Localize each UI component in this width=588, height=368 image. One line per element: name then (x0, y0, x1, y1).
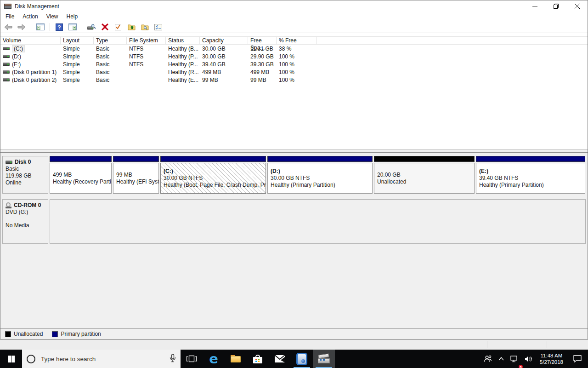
volume-speaker-icon[interactable] (521, 350, 536, 368)
restore-button[interactable] (545, 0, 566, 12)
partition-recovery[interactable]: 499 MB Healthy (Recovery Parti (50, 156, 112, 194)
volume-row-partition2[interactable]: (Disk 0 partition 2) Simple Basic Health… (0, 76, 588, 84)
taskbar-clock[interactable]: 11:48 AM 5/27/2018 (536, 352, 567, 365)
col-layout[interactable]: Layout (61, 37, 94, 44)
show-console-tree-icon[interactable] (35, 22, 45, 32)
disk0-partitions: 499 MB Healthy (Recovery Parti 99 MB Hea… (50, 156, 585, 194)
cortana-icon (27, 355, 35, 363)
edge-taskbar-icon[interactable]: e (203, 350, 225, 368)
mail-taskbar-icon[interactable] (269, 350, 291, 368)
menu-action[interactable]: Action (18, 12, 42, 21)
volume-name: (E:) (12, 61, 21, 68)
volume-row-c[interactable]: (C:) Simple Basic NTFS Healthy (B... 30.… (0, 45, 588, 52)
tray-overflow-chevron-icon[interactable] (495, 350, 507, 368)
volume-row-partition1[interactable]: (Disk 0 partition 1) Simple Basic Health… (0, 68, 588, 76)
task-view-button[interactable] (181, 350, 203, 368)
menu-file[interactable]: File (1, 12, 18, 21)
menu-view[interactable]: View (42, 12, 62, 21)
partition-color-stripe (50, 156, 112, 162)
volume-row-d[interactable]: (D:) Simple Basic NTFS Healthy (P... 30.… (0, 52, 588, 60)
svg-text:?: ? (57, 24, 61, 30)
store-icon (253, 355, 262, 363)
background-window-strip (0, 339, 588, 350)
disk-tool-taskbar-icon[interactable] (291, 350, 313, 368)
disk0-label-panel[interactable]: Disk 0 Basic 119.98 GB Online (2, 156, 48, 194)
delete-icon[interactable] (100, 22, 110, 32)
cell-status: Healthy (B... (166, 46, 200, 52)
file-explorer-taskbar-icon[interactable] (225, 350, 247, 368)
disk-management-taskbar-icon[interactable] (313, 350, 335, 368)
microphone-icon[interactable] (170, 354, 176, 364)
menu-bar: File Action View Help (0, 12, 588, 21)
legend-label: Unallocated (14, 331, 43, 337)
action-center-icon[interactable] (567, 350, 588, 368)
clock-date: 5/27/2018 (540, 359, 563, 365)
cell-type: Basic (94, 53, 127, 60)
col-status[interactable]: Status (166, 37, 200, 44)
cdrom0-media-area[interactable] (50, 199, 586, 244)
partition-efi[interactable]: 99 MB Healthy (EFI Syst (113, 156, 159, 194)
taskbar-search[interactable] (22, 350, 181, 368)
cell-status: Healthy (P... (166, 53, 200, 60)
disk0-kind: Basic (6, 166, 47, 172)
cell-pct: 100 % (277, 61, 317, 68)
col-pct-free[interactable]: % Free (277, 37, 317, 44)
disk0-state: Online (6, 179, 47, 186)
partition-status: Healthy (Primary Partition) (271, 182, 372, 189)
disk-tool-icon (296, 353, 307, 365)
toolbar-separator (31, 23, 31, 31)
col-volume[interactable]: Volume (0, 37, 61, 44)
start-button[interactable] (0, 350, 22, 368)
network-status-icon[interactable]: ✕ (507, 350, 521, 368)
legend-primary-partition: Primary partition (52, 331, 101, 337)
partition-e[interactable]: (E:) 39.40 GB NTFS Healthy (Primary Part… (476, 156, 585, 194)
cell-pct: 100 % (277, 69, 317, 75)
partition-unallocated[interactable]: 20.00 GB Unallocated (374, 156, 475, 194)
toolbar-separator (50, 23, 50, 31)
search-input[interactable] (40, 355, 165, 363)
back-icon[interactable] (3, 22, 13, 32)
cdrom0-state: No Media (6, 222, 47, 229)
partition-color-stripe (113, 156, 159, 162)
help-icon[interactable]: ? (54, 22, 64, 32)
partition-c[interactable]: (C:) 30.00 GB NTFS Healthy (Boot, Page F… (160, 156, 266, 194)
volume-row-e[interactable]: (E:) Simple Basic NTFS Healthy (P... 39.… (0, 60, 588, 68)
close-button[interactable] (566, 0, 588, 12)
folder-search-icon[interactable] (140, 22, 150, 32)
minimize-button[interactable] (524, 0, 545, 12)
cell-free: 11.31 GB (248, 46, 277, 52)
store-taskbar-icon[interactable] (247, 350, 269, 368)
graphical-view: Disk 0 Basic 119.98 GB Online 499 MB Hea… (0, 153, 588, 328)
col-capacity[interactable]: Capacity (200, 37, 248, 44)
partition-size: 39.40 GB NTFS (479, 175, 585, 182)
mail-icon (275, 355, 285, 362)
col-type[interactable]: Type (94, 37, 127, 44)
folder-icon (231, 355, 241, 362)
people-icon[interactable] (481, 350, 495, 368)
pane-splitter[interactable] (0, 149, 588, 153)
partition-d[interactable]: (D:) 30.00 GB NTFS Healthy (Primary Part… (267, 156, 373, 194)
disk-management-app-icon (4, 4, 11, 9)
cell-capacity: 30.00 GB (200, 53, 248, 60)
toolbar-separator (82, 23, 82, 31)
check-document-icon[interactable] (113, 22, 123, 32)
menu-help[interactable]: Help (62, 12, 82, 21)
show-action-pane-icon[interactable] (68, 22, 78, 32)
cell-layout: Simple (61, 69, 94, 75)
partition-letter: (C:) (164, 168, 266, 175)
cell-type: Basic (94, 77, 127, 83)
checklist-icon[interactable] (153, 22, 163, 32)
toolbar: ? (0, 21, 588, 33)
volume-list: Volume Layout Type File System Status Ca… (0, 33, 588, 149)
cell-capacity: 39.40 GB (200, 61, 248, 68)
cell-layout: Simple (61, 46, 94, 52)
windows-logo-icon (8, 356, 15, 362)
col-file-system[interactable]: File System (127, 37, 166, 44)
cdrom0-label-panel[interactable]: CD-ROM 0 DVD (G:) No Media (2, 199, 48, 244)
forward-icon[interactable] (17, 22, 27, 32)
folder-up-icon[interactable] (126, 22, 136, 32)
partition-letter: (D:) (271, 168, 372, 175)
col-free-space[interactable]: Free Spa... (248, 37, 277, 44)
drive-inspect-icon[interactable] (86, 22, 96, 32)
cell-fs: NTFS (127, 53, 166, 60)
